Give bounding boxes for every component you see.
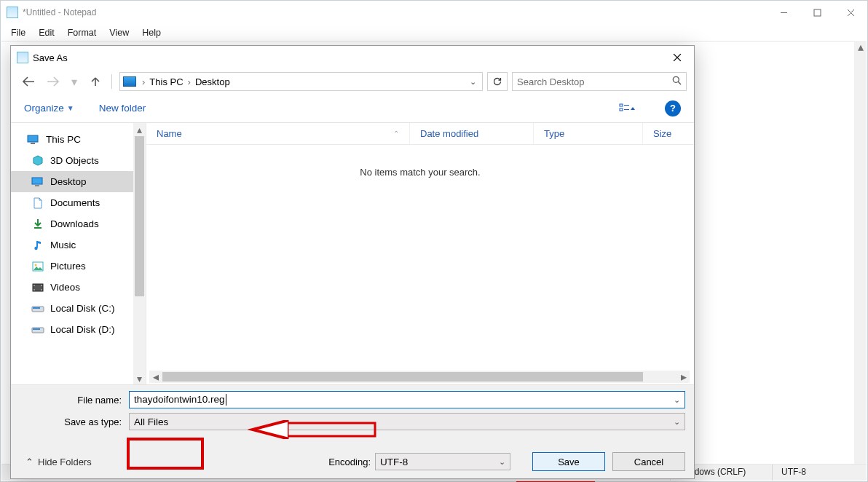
tree-item-localdisk-d[interactable]: Local Disk (D:) [11, 319, 146, 340]
scroll-up-icon[interactable]: ▴ [133, 123, 146, 135]
dialog-toolbar: Organize▼ New folder ? [11, 94, 694, 123]
encoding-label: Encoding: [328, 457, 371, 467]
scroll-thumb[interactable] [135, 136, 144, 296]
column-name[interactable]: Name⌃ [146, 123, 410, 144]
tree-item-thispc[interactable]: This PC [11, 129, 146, 150]
organize-button[interactable]: Organize▼ [24, 103, 74, 114]
empty-message: No items match your search. [146, 145, 694, 199]
chevron-down-icon[interactable]: ⌄ [674, 417, 680, 427]
cube-icon [31, 155, 44, 167]
menu-file[interactable]: File [5, 26, 31, 39]
breadcrumb-leaf[interactable]: Desktop [192, 76, 233, 87]
hide-folders-button[interactable]: ⌃ Hide Folders [20, 457, 92, 467]
column-headers: Name⌃ Date modified Type Size [146, 123, 694, 145]
scroll-down-icon[interactable]: ▾ [133, 372, 146, 384]
column-type[interactable]: Type [534, 123, 643, 144]
maximize-button[interactable] [800, 1, 834, 23]
nav-back-button[interactable] [18, 73, 39, 90]
chevron-down-icon[interactable]: ⌄ [499, 457, 505, 467]
scroll-right-icon[interactable]: ▸ [677, 371, 690, 383]
menu-edit[interactable]: Edit [33, 26, 60, 39]
tree-vscrollbar[interactable]: ▴ ▾ [133, 123, 146, 384]
notepad-titlebar: *Untitled - Notepad [1, 1, 867, 24]
scroll-left-icon[interactable]: ◂ [149, 371, 162, 383]
dialog-bottom: File name: thaydoifontwin10.reg ⌄ Save a… [11, 384, 694, 478]
tree-item-pictures[interactable]: Pictures [11, 256, 146, 277]
tree-item-music[interactable]: Music [11, 234, 146, 256]
desktop-icon [31, 176, 44, 188]
svg-rect-15 [35, 185, 39, 186]
videos-icon [31, 282, 44, 293]
view-options-button[interactable] [615, 100, 640, 117]
svg-rect-12 [28, 135, 38, 142]
saveastype-value: All Files [134, 416, 168, 427]
refresh-button[interactable] [487, 72, 508, 91]
svg-rect-23 [41, 285, 42, 286]
dialog-titlebar: Save As [11, 46, 694, 69]
close-button[interactable] [834, 1, 867, 23]
notepad-menubar: File Edit Format View Help [1, 24, 867, 41]
nav-up-button[interactable] [85, 73, 106, 90]
tree-item-downloads[interactable]: Downloads [11, 213, 146, 234]
dialog-close-button[interactable] [660, 47, 694, 68]
pictures-icon [31, 261, 44, 272]
cancel-button[interactable]: Cancel [612, 452, 685, 471]
menu-help[interactable]: Help [136, 26, 167, 39]
sort-caret-icon: ⌃ [393, 130, 399, 138]
dialog-icon [17, 52, 28, 63]
svg-rect-8 [620, 104, 623, 106]
svg-rect-1 [814, 9, 821, 16]
chevron-down-icon[interactable]: ⌄ [674, 395, 680, 405]
search-input[interactable]: Search Desktop [512, 72, 687, 91]
nav-recent-button[interactable]: ▾ [68, 73, 81, 90]
svg-rect-13 [31, 143, 35, 144]
saveastype-combo[interactable]: All Files ⌄ [129, 413, 685, 430]
column-size[interactable]: Size [643, 123, 694, 144]
chevron-down-icon[interactable]: ⌄ [470, 77, 476, 87]
tree-item-3dobjects[interactable]: 3D Objects [11, 150, 146, 171]
notepad-vscrollbar[interactable]: ▴ [854, 41, 867, 464]
help-button[interactable]: ? [665, 100, 681, 116]
svg-point-19 [35, 264, 37, 266]
filename-input[interactable]: thaydoifontwin10.reg ⌄ [129, 391, 685, 408]
svg-rect-26 [33, 307, 40, 309]
scroll-thumb[interactable] [162, 372, 643, 382]
status-encoding: UTF-8 [772, 465, 867, 481]
music-icon [31, 240, 44, 251]
svg-rect-21 [33, 285, 35, 286]
search-placeholder: Search Desktop [517, 76, 672, 87]
scroll-up-icon[interactable]: ▴ [854, 41, 867, 53]
save-button[interactable]: Save [532, 452, 605, 471]
svg-rect-14 [32, 178, 42, 184]
pc-icon [123, 76, 136, 87]
address-bar[interactable]: › This PC › Desktop ⌄ [119, 72, 483, 91]
encoding-value: UTF-8 [380, 457, 408, 467]
svg-rect-28 [33, 328, 40, 330]
nav-forward-button[interactable] [43, 73, 63, 90]
list-hscrollbar[interactable]: ◂ ▸ [149, 371, 690, 383]
documents-icon [31, 197, 44, 209]
tree-item-localdisk-c[interactable]: Local Disk (C:) [11, 298, 146, 319]
minimize-button[interactable] [767, 1, 800, 23]
new-folder-button[interactable]: New folder [99, 103, 146, 114]
saveastype-label: Save as type: [20, 416, 129, 427]
column-date[interactable]: Date modified [410, 123, 534, 144]
filename-label: File name: [20, 395, 129, 406]
pc-icon [27, 134, 40, 146]
svg-rect-16 [34, 227, 42, 229]
svg-line-7 [678, 82, 681, 84]
tree-item-documents[interactable]: Documents [11, 192, 146, 213]
menu-view[interactable]: View [103, 26, 135, 39]
svg-rect-22 [33, 289, 35, 291]
drive-icon [31, 324, 44, 336]
search-icon [672, 76, 682, 87]
encoding-combo[interactable]: UTF-8 ⌄ [375, 453, 510, 470]
breadcrumb-root[interactable]: This PC [146, 76, 186, 87]
drive-icon [31, 303, 44, 315]
tree-item-videos[interactable]: Videos [11, 277, 146, 298]
svg-point-17 [34, 246, 37, 249]
svg-point-6 [673, 76, 679, 82]
svg-rect-9 [620, 108, 623, 111]
tree-item-desktop[interactable]: Desktop [11, 171, 146, 192]
menu-format[interactable]: Format [62, 26, 103, 39]
